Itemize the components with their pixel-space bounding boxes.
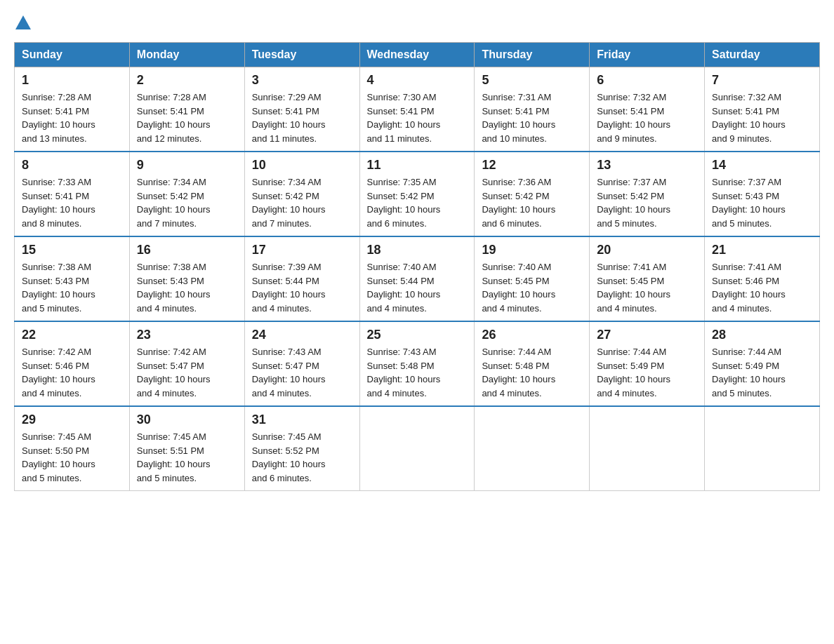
day-info: Sunrise: 7:28 AM Sunset: 5:41 PM Dayligh… xyxy=(137,92,211,144)
calendar-cell: 26 Sunrise: 7:44 AM Sunset: 5:48 PM Dayl… xyxy=(475,321,590,406)
calendar-cell: 29 Sunrise: 7:45 AM Sunset: 5:50 PM Dayl… xyxy=(15,406,130,491)
calendar-cell: 8 Sunrise: 7:33 AM Sunset: 5:41 PM Dayli… xyxy=(15,152,130,236)
calendar-cell: 5 Sunrise: 7:31 AM Sunset: 5:41 PM Dayli… xyxy=(475,67,590,152)
day-number: 6 xyxy=(597,73,697,88)
svg-marker-0 xyxy=(15,15,31,29)
weekday-header-sunday: Sunday xyxy=(15,43,130,67)
weekday-header-wednesday: Wednesday xyxy=(359,43,475,67)
calendar-cell xyxy=(590,406,705,491)
day-info: Sunrise: 7:31 AM Sunset: 5:41 PM Dayligh… xyxy=(482,92,555,144)
day-number: 29 xyxy=(22,412,122,427)
day-info: Sunrise: 7:45 AM Sunset: 5:51 PM Dayligh… xyxy=(137,431,211,483)
day-info: Sunrise: 7:36 AM Sunset: 5:42 PM Dayligh… xyxy=(482,177,555,229)
calendar-cell: 23 Sunrise: 7:42 AM Sunset: 5:47 PM Dayl… xyxy=(129,321,244,406)
logo-icon xyxy=(15,14,31,29)
day-number: 20 xyxy=(597,243,697,257)
calendar-cell: 7 Sunrise: 7:32 AM Sunset: 5:41 PM Dayli… xyxy=(705,67,820,152)
day-info: Sunrise: 7:37 AM Sunset: 5:43 PM Dayligh… xyxy=(712,177,786,229)
day-number: 16 xyxy=(137,243,237,257)
weekday-header-thursday: Thursday xyxy=(475,43,590,67)
calendar-cell: 10 Sunrise: 7:34 AM Sunset: 5:42 PM Dayl… xyxy=(244,152,359,236)
day-info: Sunrise: 7:40 AM Sunset: 5:44 PM Dayligh… xyxy=(367,262,441,314)
day-number: 26 xyxy=(482,328,582,342)
day-info: Sunrise: 7:35 AM Sunset: 5:42 PM Dayligh… xyxy=(367,177,441,229)
day-number: 24 xyxy=(252,328,352,342)
day-info: Sunrise: 7:42 AM Sunset: 5:46 PM Dayligh… xyxy=(22,347,95,398)
page-header xyxy=(14,14,820,29)
calendar-cell: 22 Sunrise: 7:42 AM Sunset: 5:46 PM Dayl… xyxy=(15,321,130,406)
day-number: 1 xyxy=(22,73,122,88)
day-number: 22 xyxy=(22,328,122,342)
day-number: 3 xyxy=(252,73,352,88)
day-number: 19 xyxy=(482,243,582,257)
calendar-cell xyxy=(359,406,475,491)
calendar-table: SundayMondayTuesdayWednesdayThursdayFrid… xyxy=(14,42,820,491)
calendar-cell: 27 Sunrise: 7:44 AM Sunset: 5:49 PM Dayl… xyxy=(590,321,705,406)
day-number: 13 xyxy=(597,158,697,173)
day-number: 23 xyxy=(137,328,237,342)
calendar-cell xyxy=(705,406,820,491)
week-row-1: 1 Sunrise: 7:28 AM Sunset: 5:41 PM Dayli… xyxy=(15,67,820,152)
calendar-cell: 19 Sunrise: 7:40 AM Sunset: 5:45 PM Dayl… xyxy=(475,236,590,321)
calendar-cell: 4 Sunrise: 7:30 AM Sunset: 5:41 PM Dayli… xyxy=(359,67,475,152)
calendar-cell: 31 Sunrise: 7:45 AM Sunset: 5:52 PM Dayl… xyxy=(244,406,359,491)
day-number: 4 xyxy=(367,73,468,88)
day-info: Sunrise: 7:30 AM Sunset: 5:41 PM Dayligh… xyxy=(367,92,441,144)
weekday-header-saturday: Saturday xyxy=(705,43,820,67)
day-info: Sunrise: 7:28 AM Sunset: 5:41 PM Dayligh… xyxy=(22,92,95,144)
calendar-cell: 15 Sunrise: 7:38 AM Sunset: 5:43 PM Dayl… xyxy=(15,236,130,321)
calendar-cell: 13 Sunrise: 7:37 AM Sunset: 5:42 PM Dayl… xyxy=(590,152,705,236)
week-row-3: 15 Sunrise: 7:38 AM Sunset: 5:43 PM Dayl… xyxy=(15,236,820,321)
day-number: 2 xyxy=(137,73,237,88)
day-number: 25 xyxy=(367,328,468,342)
day-info: Sunrise: 7:29 AM Sunset: 5:41 PM Dayligh… xyxy=(252,92,326,144)
day-info: Sunrise: 7:34 AM Sunset: 5:42 PM Dayligh… xyxy=(137,177,211,229)
day-info: Sunrise: 7:40 AM Sunset: 5:45 PM Dayligh… xyxy=(482,262,555,314)
calendar-cell: 17 Sunrise: 7:39 AM Sunset: 5:44 PM Dayl… xyxy=(244,236,359,321)
day-number: 9 xyxy=(137,158,237,173)
day-info: Sunrise: 7:41 AM Sunset: 5:46 PM Dayligh… xyxy=(712,262,786,314)
day-number: 5 xyxy=(482,73,582,88)
logo xyxy=(14,14,31,29)
calendar-cell: 3 Sunrise: 7:29 AM Sunset: 5:41 PM Dayli… xyxy=(244,67,359,152)
calendar-cell: 1 Sunrise: 7:28 AM Sunset: 5:41 PM Dayli… xyxy=(15,67,130,152)
day-info: Sunrise: 7:32 AM Sunset: 5:41 PM Dayligh… xyxy=(597,92,670,144)
day-info: Sunrise: 7:34 AM Sunset: 5:42 PM Dayligh… xyxy=(252,177,326,229)
day-number: 31 xyxy=(252,412,352,427)
day-info: Sunrise: 7:42 AM Sunset: 5:47 PM Dayligh… xyxy=(137,347,211,398)
calendar-cell: 6 Sunrise: 7:32 AM Sunset: 5:41 PM Dayli… xyxy=(590,67,705,152)
day-info: Sunrise: 7:44 AM Sunset: 5:49 PM Dayligh… xyxy=(597,347,670,398)
calendar-cell: 11 Sunrise: 7:35 AM Sunset: 5:42 PM Dayl… xyxy=(359,152,475,236)
weekday-header-tuesday: Tuesday xyxy=(244,43,359,67)
day-info: Sunrise: 7:44 AM Sunset: 5:48 PM Dayligh… xyxy=(482,347,555,398)
day-info: Sunrise: 7:32 AM Sunset: 5:41 PM Dayligh… xyxy=(712,92,786,144)
calendar-cell: 16 Sunrise: 7:38 AM Sunset: 5:43 PM Dayl… xyxy=(129,236,244,321)
weekday-header-monday: Monday xyxy=(129,43,244,67)
day-number: 18 xyxy=(367,243,468,257)
calendar-cell: 21 Sunrise: 7:41 AM Sunset: 5:46 PM Dayl… xyxy=(705,236,820,321)
day-number: 27 xyxy=(597,328,697,342)
day-number: 15 xyxy=(22,243,122,257)
day-info: Sunrise: 7:41 AM Sunset: 5:45 PM Dayligh… xyxy=(597,262,670,314)
day-number: 17 xyxy=(252,243,352,257)
calendar-cell: 24 Sunrise: 7:43 AM Sunset: 5:47 PM Dayl… xyxy=(244,321,359,406)
day-number: 8 xyxy=(22,158,122,173)
day-info: Sunrise: 7:38 AM Sunset: 5:43 PM Dayligh… xyxy=(22,262,95,314)
day-info: Sunrise: 7:43 AM Sunset: 5:48 PM Dayligh… xyxy=(367,347,441,398)
calendar-cell: 25 Sunrise: 7:43 AM Sunset: 5:48 PM Dayl… xyxy=(359,321,475,406)
week-row-4: 22 Sunrise: 7:42 AM Sunset: 5:46 PM Dayl… xyxy=(15,321,820,406)
day-number: 14 xyxy=(712,158,812,173)
day-info: Sunrise: 7:45 AM Sunset: 5:50 PM Dayligh… xyxy=(22,431,95,483)
calendar-cell: 2 Sunrise: 7:28 AM Sunset: 5:41 PM Dayli… xyxy=(129,67,244,152)
day-info: Sunrise: 7:38 AM Sunset: 5:43 PM Dayligh… xyxy=(137,262,211,314)
day-info: Sunrise: 7:44 AM Sunset: 5:49 PM Dayligh… xyxy=(712,347,786,398)
weekday-header-friday: Friday xyxy=(590,43,705,67)
calendar-cell: 12 Sunrise: 7:36 AM Sunset: 5:42 PM Dayl… xyxy=(475,152,590,236)
calendar-cell: 9 Sunrise: 7:34 AM Sunset: 5:42 PM Dayli… xyxy=(129,152,244,236)
day-info: Sunrise: 7:33 AM Sunset: 5:41 PM Dayligh… xyxy=(22,177,95,229)
day-info: Sunrise: 7:37 AM Sunset: 5:42 PM Dayligh… xyxy=(597,177,670,229)
day-info: Sunrise: 7:43 AM Sunset: 5:47 PM Dayligh… xyxy=(252,347,326,398)
day-number: 28 xyxy=(712,328,812,342)
day-number: 11 xyxy=(367,158,468,173)
calendar-cell: 20 Sunrise: 7:41 AM Sunset: 5:45 PM Dayl… xyxy=(590,236,705,321)
